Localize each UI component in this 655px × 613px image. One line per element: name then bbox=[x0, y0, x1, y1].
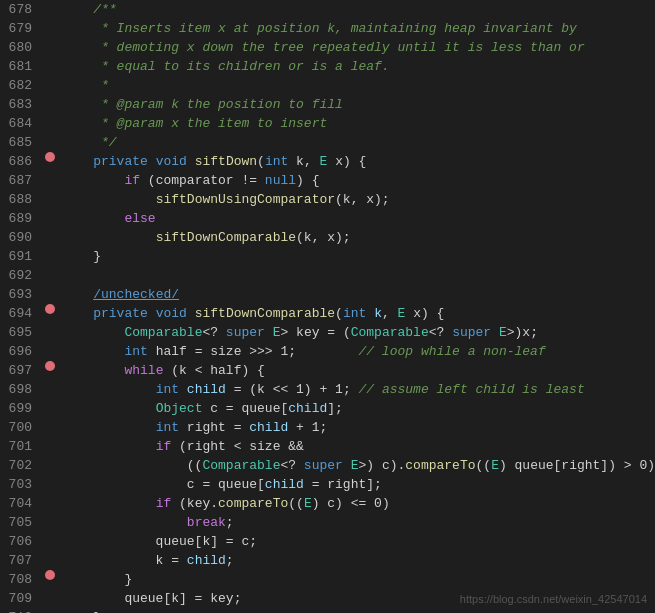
token: void bbox=[156, 306, 187, 321]
token bbox=[62, 325, 124, 340]
token: k = bbox=[62, 553, 187, 568]
line-number: 688 bbox=[0, 190, 42, 209]
code-content: else bbox=[58, 209, 655, 228]
token: compareTo bbox=[218, 496, 288, 511]
token bbox=[62, 173, 124, 188]
line-number: 691 bbox=[0, 247, 42, 266]
token: E bbox=[499, 325, 507, 340]
breakpoint-area[interactable] bbox=[42, 570, 58, 580]
token bbox=[148, 306, 156, 321]
line-number: 705 bbox=[0, 513, 42, 532]
token: E bbox=[491, 458, 499, 473]
token: * @param bbox=[62, 116, 171, 131]
code-line: 710 } bbox=[0, 608, 655, 613]
token: >) c). bbox=[359, 458, 406, 473]
token: super bbox=[304, 458, 343, 473]
token: if bbox=[124, 173, 140, 188]
line-number: 700 bbox=[0, 418, 42, 437]
token: right = bbox=[179, 420, 249, 435]
code-content: } bbox=[58, 570, 655, 589]
token: (right < size && bbox=[171, 439, 304, 454]
code-line: 699 Object c = queue[child]; bbox=[0, 399, 655, 418]
token bbox=[62, 401, 156, 416]
token bbox=[343, 458, 351, 473]
code-line: 708 } bbox=[0, 570, 655, 589]
code-line: 706 queue[k] = c; bbox=[0, 532, 655, 551]
code-content: while (k < half) { bbox=[58, 361, 655, 380]
token: ) queue[right]) > 0) bbox=[499, 458, 655, 473]
token: (k < half) { bbox=[163, 363, 264, 378]
token: // loop while a non-leaf bbox=[358, 344, 545, 359]
token: private bbox=[93, 306, 148, 321]
token bbox=[62, 230, 156, 245]
token: = (k << 1) + 1; bbox=[226, 382, 359, 397]
code-content: */ bbox=[58, 133, 655, 152]
token: ) { bbox=[296, 173, 319, 188]
line-number: 706 bbox=[0, 532, 42, 551]
token: child bbox=[187, 553, 226, 568]
breakpoint-dot bbox=[45, 152, 55, 162]
code-content: Comparable<? super E> key = (Comparable<… bbox=[58, 323, 655, 342]
token: the position to fill bbox=[179, 97, 343, 112]
token: * demoting x down the tree repeatedly un… bbox=[62, 40, 585, 55]
token: break bbox=[187, 515, 226, 530]
token bbox=[62, 192, 156, 207]
token: c = queue[ bbox=[202, 401, 288, 416]
code-line: 702 ((Comparable<? super E>) c).compareT… bbox=[0, 456, 655, 475]
code-content: private void siftDownComparable(int k, E… bbox=[58, 304, 655, 323]
code-content: c = queue[child = right]; bbox=[58, 475, 655, 494]
token: siftDownUsingComparator bbox=[156, 192, 335, 207]
token: * bbox=[62, 78, 109, 93]
line-number: 698 bbox=[0, 380, 42, 399]
token: null bbox=[265, 173, 296, 188]
breakpoint-area[interactable] bbox=[42, 152, 58, 162]
token bbox=[62, 382, 156, 397]
code-content: int right = child + 1; bbox=[58, 418, 655, 437]
token: int bbox=[156, 382, 179, 397]
token: Comparable bbox=[202, 458, 280, 473]
token: child bbox=[265, 477, 304, 492]
code-content: int child = (k << 1) + 1; // assume left… bbox=[58, 380, 655, 399]
code-content: * Inserts item x at position k, maintain… bbox=[58, 19, 655, 38]
token: child bbox=[249, 420, 288, 435]
token: void bbox=[156, 154, 187, 169]
token bbox=[62, 439, 156, 454]
token: siftDown bbox=[195, 154, 257, 169]
code-content: if (comparator != null) { bbox=[58, 171, 655, 190]
token bbox=[179, 382, 187, 397]
code-line: 684 * @param x the item to insert bbox=[0, 114, 655, 133]
code-line: 701 if (right < size && bbox=[0, 437, 655, 456]
code-content: siftDownUsingComparator(k, x); bbox=[58, 190, 655, 209]
token: (k, x); bbox=[335, 192, 390, 207]
token: * Inserts item x at position k, maintain… bbox=[62, 21, 577, 36]
token: int bbox=[124, 344, 147, 359]
token: k bbox=[374, 306, 382, 321]
code-line: 695 Comparable<? super E> key = (Compara… bbox=[0, 323, 655, 342]
token: (( bbox=[476, 458, 492, 473]
code-editor: 678 /**679 * Inserts item x at position … bbox=[0, 0, 655, 613]
code-content: siftDownComparable(k, x); bbox=[58, 228, 655, 247]
token: compareTo bbox=[405, 458, 475, 473]
line-number: 699 bbox=[0, 399, 42, 418]
breakpoint-area[interactable] bbox=[42, 304, 58, 314]
code-content: } bbox=[58, 608, 655, 613]
line-number: 697 bbox=[0, 361, 42, 380]
code-line: 688 siftDownUsingComparator(k, x); bbox=[0, 190, 655, 209]
token: Object bbox=[156, 401, 203, 416]
token bbox=[62, 344, 124, 359]
token bbox=[62, 496, 156, 511]
token: (key. bbox=[171, 496, 218, 511]
line-number: 704 bbox=[0, 494, 42, 513]
token: * equal to its children or is a leaf. bbox=[62, 59, 390, 74]
token: /unchecked/ bbox=[93, 287, 179, 302]
token: /** bbox=[62, 2, 117, 17]
code-content: private void siftDown(int k, E x) { bbox=[58, 152, 655, 171]
line-number: 680 bbox=[0, 38, 42, 57]
breakpoint-dot bbox=[45, 361, 55, 371]
token bbox=[62, 363, 124, 378]
line-number: 686 bbox=[0, 152, 42, 171]
token: ) c) <= 0) bbox=[312, 496, 390, 511]
breakpoint-area[interactable] bbox=[42, 361, 58, 371]
code-line: 682 * bbox=[0, 76, 655, 95]
token: int bbox=[265, 154, 288, 169]
